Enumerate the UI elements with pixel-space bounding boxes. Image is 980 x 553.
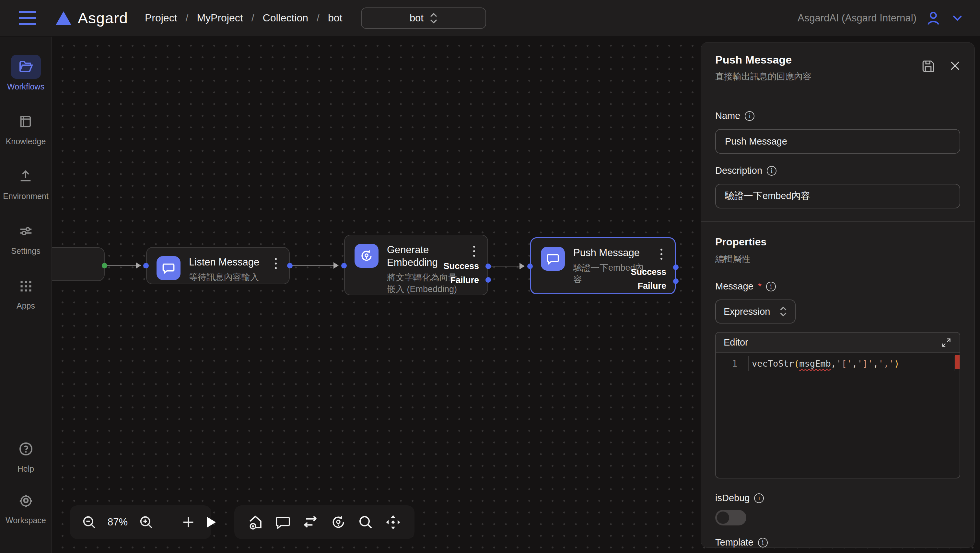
top-bar: Asgard Project / MyProject / Collection … — [0, 0, 980, 36]
sidebar-item-workspace[interactable]: Workspace — [5, 489, 46, 525]
sidebar-item-label: Apps — [16, 301, 35, 311]
code-area[interactable]: 1 vecToStr(msgEmb,'[',']',',') — [716, 353, 959, 371]
sidebar-item-workflows[interactable]: Workflows — [7, 55, 45, 91]
code-line[interactable]: vecToStr(msgEmb,'[',']',',') — [748, 356, 955, 371]
move-diamond-icon[interactable] — [385, 514, 401, 531]
upload-icon — [11, 164, 40, 188]
breadcrumb-myproject[interactable]: MyProject — [197, 12, 243, 24]
input-port[interactable] — [527, 263, 533, 269]
message-type-value: Expression — [724, 306, 770, 317]
folder-icon — [11, 55, 41, 79]
swap-arrows-icon[interactable] — [302, 514, 318, 530]
chat-bubble-icon — [541, 247, 565, 271]
zoom-level: 87% — [108, 516, 128, 528]
breadcrumb-collection[interactable]: Collection — [263, 12, 309, 24]
node-title: Listen Message — [189, 256, 259, 269]
account-chevron-down-icon[interactable] — [950, 11, 964, 25]
info-icon[interactable]: i — [754, 493, 764, 503]
sidebar-item-apps[interactable]: Apps — [11, 274, 41, 311]
template-label: Template — [715, 537, 754, 548]
chat-bubble-icon — [156, 256, 180, 280]
name-label: Name — [715, 110, 740, 121]
info-icon[interactable]: i — [745, 111, 754, 121]
isdebug-label: isDebug — [715, 493, 749, 504]
account-name: AsgardAI (Asgard Internal) — [797, 12, 916, 24]
run-workflow-icon[interactable] — [207, 517, 216, 528]
add-node-icon[interactable] — [181, 515, 196, 530]
node-menu-kebab-icon[interactable] — [658, 247, 665, 285]
connection-arrow-icon — [334, 262, 339, 269]
sidebar-item-label: Workspace — [5, 516, 46, 525]
sidebar-item-label: Settings — [11, 246, 40, 256]
breadcrumb-separator: / — [251, 12, 255, 24]
save-icon[interactable] — [921, 59, 935, 73]
output-port-failure[interactable] — [485, 277, 491, 283]
zoom-in-icon[interactable] — [139, 515, 154, 530]
info-icon[interactable]: i — [758, 538, 768, 548]
breadcrumb: Project / MyProject / Collection / bot — [145, 12, 342, 24]
description-input[interactable] — [715, 184, 960, 209]
output-port[interactable] — [102, 263, 107, 268]
breadcrumb-separator: / — [317, 12, 320, 24]
info-icon[interactable]: i — [766, 282, 776, 292]
info-icon[interactable]: i — [767, 166, 776, 176]
embedding-icon — [355, 244, 379, 268]
node-push-message[interactable]: Push Message 驗證一下embed內容 Success Failure — [530, 237, 676, 294]
sidebar-item-label: Knowledge — [6, 137, 46, 146]
breadcrumb-bot[interactable]: bot — [328, 12, 342, 24]
node-menu-kebab-icon[interactable] — [272, 256, 279, 283]
workflow-select-value: bot — [410, 12, 423, 24]
chat-bubble-icon[interactable] — [275, 514, 291, 530]
node-output-label-success: Success — [443, 261, 479, 271]
zoom-out-icon[interactable] — [82, 515, 97, 530]
input-port[interactable] — [341, 263, 347, 268]
properties-title: Properties — [715, 236, 960, 248]
sidebar-item-environment[interactable]: Environment — [3, 164, 48, 201]
sidebar: Workflows Knowledge Environment Settings… — [0, 37, 52, 553]
sidebar-item-knowledge[interactable]: Knowledge — [6, 110, 46, 146]
properties-subtitle: 編輯屬性 — [715, 253, 960, 265]
sidebar-item-label: Help — [18, 464, 34, 473]
description-label: Description — [715, 165, 762, 176]
sidebar-item-settings[interactable]: Settings — [11, 219, 41, 256]
expand-icon[interactable] — [941, 337, 952, 348]
node-generate-embedding[interactable]: Generate Embedding 將文字轉化為向量嵌入 (Embedding… — [344, 235, 488, 295]
home-add-icon[interactable] — [247, 514, 264, 530]
workflow-select[interactable]: bot — [361, 8, 486, 29]
hamburger-menu-icon[interactable] — [19, 11, 36, 25]
apps-grid-icon — [11, 274, 41, 298]
output-port-success[interactable] — [673, 265, 679, 270]
connection-line — [292, 265, 338, 266]
line-number: 1 — [716, 359, 748, 368]
user-icon[interactable] — [925, 10, 942, 27]
output-port-success[interactable] — [485, 263, 491, 269]
input-port[interactable] — [143, 263, 149, 268]
required-asterisk: * — [758, 281, 762, 292]
close-icon[interactable] — [948, 59, 961, 72]
connection-arrow-icon — [520, 263, 525, 269]
sidebar-item-help[interactable]: Help — [11, 437, 41, 473]
breadcrumb-separator: / — [186, 12, 189, 24]
output-port[interactable] — [287, 263, 293, 268]
connection-arrow-icon — [136, 262, 141, 269]
node-output-label-failure: Failure — [638, 281, 666, 291]
sidebar-item-label: Environment — [3, 191, 48, 201]
editor-title: Editor — [724, 337, 748, 348]
node-listen-message[interactable]: Listen Message 等待訊息內容輸入 — [146, 247, 290, 284]
book-icon — [11, 110, 41, 134]
node-subtitle: 等待訊息內容輸入 — [189, 271, 259, 283]
node-output-label-failure: Failure — [450, 275, 479, 285]
app-title: Asgard — [78, 9, 128, 27]
name-input[interactable] — [715, 129, 960, 154]
output-port-failure[interactable] — [673, 279, 679, 284]
message-type-select[interactable]: Expression — [715, 300, 795, 324]
embedding-icon[interactable] — [330, 514, 347, 530]
select-chevrons-icon — [780, 306, 787, 317]
app-logo[interactable]: Asgard — [56, 9, 128, 27]
logo-triangle-icon — [56, 11, 71, 25]
isdebug-toggle[interactable] — [715, 510, 746, 526]
search-icon[interactable] — [358, 515, 373, 530]
gear-icon — [11, 489, 41, 513]
error-marker — [955, 355, 959, 369]
breadcrumb-project[interactable]: Project — [145, 12, 177, 24]
